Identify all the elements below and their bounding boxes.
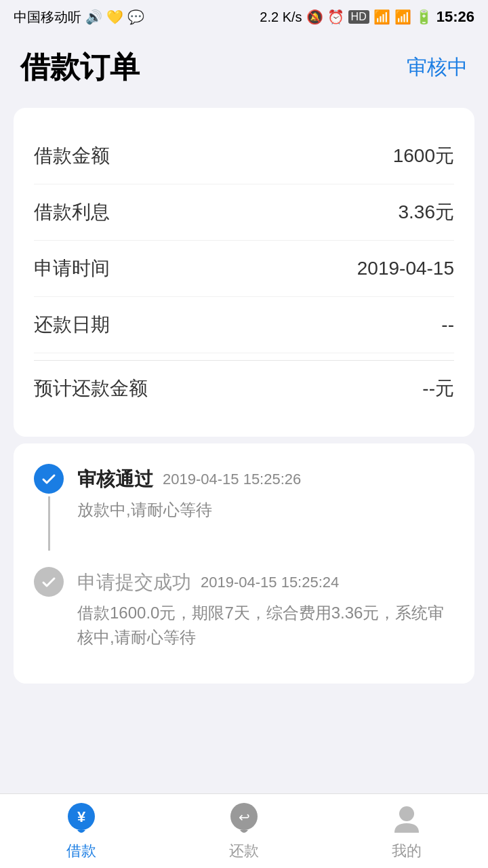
svg-text:¥: ¥ [77, 808, 86, 825]
timeline-title-submitted: 申请提交成功 [77, 570, 191, 595]
mine-nav-icon [389, 802, 424, 837]
timeline-title-row-approved: 审核通过 2019-04-15 15:25:26 [77, 467, 454, 492]
order-details-card: 借款金额 1600元 借款利息 3.36元 申请时间 2019-04-15 还款… [14, 108, 474, 437]
timeline-time-approved: 2019-04-15 15:25:26 [163, 471, 301, 488]
timeline-title-approved: 审核通过 [77, 467, 153, 492]
status-right: 2.2 K/s 🔕 ⏰ HD 📶 📶 🔋 15:26 [260, 8, 474, 26]
loan-amount-row: 借款金额 1600元 [34, 128, 454, 184]
loan-icon-svg: ¥ [64, 802, 99, 837]
page-header: 借款订单 审核中 [0, 34, 488, 101]
repay-nav-label: 还款 [229, 841, 259, 861]
time-text: 15:26 [436, 8, 474, 26]
bottom-navigation: ¥ 借款 ↩ 还款 我的 [0, 793, 488, 868]
timeline-item-approved: 审核通过 2019-04-15 15:25:26 放款中,请耐心等待 [34, 464, 454, 553]
repay-date-label: 还款日期 [34, 312, 110, 338]
nav-item-loan[interactable]: ¥ 借款 [0, 802, 163, 861]
timeline-time-submitted: 2019-04-15 15:25:24 [201, 574, 339, 591]
mute-icon: 🔕 [306, 9, 323, 25]
timeline-content-submitted: 申请提交成功 2019-04-15 15:25:24 借款1600.0元，期限7… [77, 567, 454, 650]
mine-nav-label: 我的 [392, 841, 422, 861]
wifi-icon: 📶 [373, 9, 390, 25]
timeline-desc-submitted: 借款1600.0元，期限7天，综合费用3.36元，系统审核中,请耐心等待 [77, 601, 454, 650]
hearing-icon: 🔊 [85, 9, 102, 25]
loan-amount-value: 1600元 [393, 143, 454, 169]
emoji-icon: 💛 [106, 9, 123, 25]
loan-interest-value: 3.36元 [399, 199, 455, 225]
estimated-repay-value: --元 [422, 376, 454, 401]
loan-nav-icon: ¥ [64, 802, 99, 837]
speed-text: 2.2 K/s [260, 9, 302, 25]
message-icon: 💬 [127, 9, 144, 25]
repay-nav-icon: ↩ [226, 802, 262, 837]
loan-nav-label: 借款 [66, 841, 96, 861]
battery-icon: 🔋 [415, 9, 432, 25]
order-status-badge: 审核中 [407, 54, 468, 81]
timeline-left-approved [34, 464, 64, 553]
timeline-dot-submitted [34, 567, 64, 597]
apply-date-value: 2019-04-15 [357, 258, 454, 279]
alarm-icon: ⏰ [327, 9, 344, 25]
loan-interest-label: 借款利息 [34, 199, 110, 225]
status-left: 中国移动听 🔊 💛 💬 [14, 8, 144, 26]
loan-amount-label: 借款金额 [34, 143, 110, 169]
check-icon-inactive [41, 574, 57, 590]
svg-point-4 [399, 806, 414, 821]
estimated-repay-label: 预计还款金额 [34, 376, 148, 401]
user-icon-svg [389, 802, 424, 837]
svg-text:↩: ↩ [239, 810, 250, 825]
timeline-desc-approved: 放款中,请耐心等待 [77, 498, 454, 522]
loan-interest-row: 借款利息 3.36元 [34, 184, 454, 241]
estimated-repay-row: 预计还款金额 --元 [34, 360, 454, 416]
signal-icon: 📶 [394, 9, 411, 25]
timeline-item-submitted: 申请提交成功 2019-04-15 15:25:24 借款1600.0元，期限7… [34, 567, 454, 650]
hd-icon: HD [348, 10, 369, 24]
timeline-left-submitted [34, 567, 64, 650]
repay-icon-svg: ↩ [226, 802, 262, 837]
apply-date-row: 申请时间 2019-04-15 [34, 241, 454, 297]
nav-item-mine[interactable]: 我的 [325, 802, 488, 861]
status-bar: 中国移动听 🔊 💛 💬 2.2 K/s 🔕 ⏰ HD 📶 📶 🔋 15:26 [0, 0, 488, 34]
repay-date-row: 还款日期 -- [34, 297, 454, 353]
timeline-title-row-submitted: 申请提交成功 2019-04-15 15:25:24 [77, 570, 454, 595]
timeline-content-approved: 审核通过 2019-04-15 15:25:26 放款中,请耐心等待 [77, 464, 454, 553]
nav-item-repay[interactable]: ↩ 还款 [163, 802, 325, 861]
page-title: 借款订单 [20, 47, 140, 87]
carrier-text: 中国移动听 [14, 8, 81, 26]
main-content: 借款金额 1600元 借款利息 3.36元 申请时间 2019-04-15 还款… [0, 101, 488, 868]
check-icon [41, 471, 57, 487]
timeline-connector [48, 496, 50, 551]
apply-date-label: 申请时间 [34, 256, 110, 281]
timeline-dot-approved [34, 464, 64, 494]
timeline-card: 审核通过 2019-04-15 15:25:26 放款中,请耐心等待 申请提交成… [14, 443, 474, 684]
repay-date-value: -- [441, 314, 454, 336]
